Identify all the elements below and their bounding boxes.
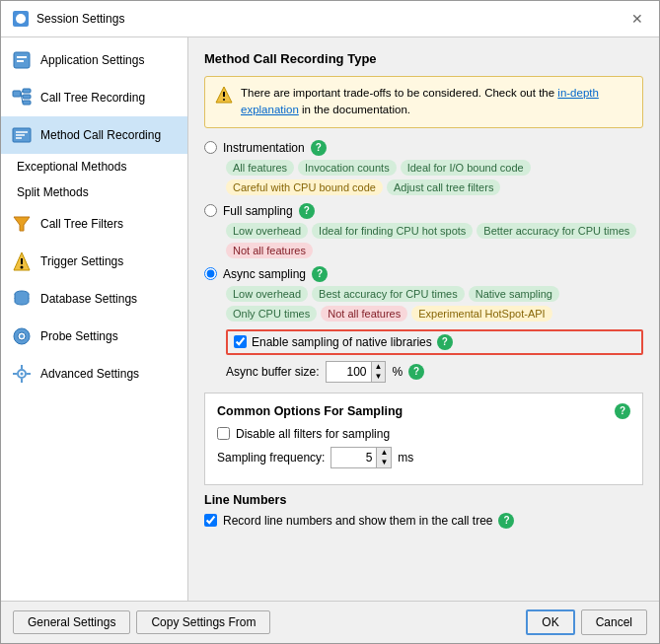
tag-invocation-counts: Invocation counts bbox=[298, 160, 397, 176]
radio-instrumentation-input[interactable] bbox=[204, 141, 217, 154]
svg-rect-4 bbox=[13, 91, 21, 97]
sidebar-label-method-call-recording: Method Call Recording bbox=[40, 128, 161, 142]
sidebar-item-method-call-recording[interactable]: Method Call Recording bbox=[1, 116, 187, 154]
advanced-icon bbox=[11, 363, 33, 385]
tag-all-features: All features bbox=[226, 160, 294, 176]
svg-rect-3 bbox=[17, 60, 24, 62]
common-options-header: Common Options For Sampling ? bbox=[217, 403, 630, 419]
svg-rect-7 bbox=[23, 101, 31, 105]
async-buffer-down-button[interactable]: ▼ bbox=[372, 372, 386, 382]
full-sampling-tags: Low overhead Ideal for finding CPU hot s… bbox=[226, 223, 643, 258]
sidebar-label-application-settings: Application Settings bbox=[40, 53, 144, 67]
dialog-title: Session Settings bbox=[37, 12, 124, 26]
sidebar-item-probe-settings[interactable]: Probe Settings bbox=[1, 318, 187, 355]
tag-careful-cpu: Careful with CPU bound code bbox=[226, 179, 383, 195]
async-buffer-spinner-buttons: ▲ ▼ bbox=[371, 362, 386, 382]
tag-experimental-hotspot: Experimental HotSpot-API bbox=[411, 306, 551, 322]
general-settings-button[interactable]: General Settings bbox=[13, 610, 130, 634]
radio-full-sampling-input[interactable] bbox=[204, 204, 217, 217]
section-title: Method Call Recording Type bbox=[204, 51, 643, 66]
enable-native-label: Enable sampling of native libraries bbox=[252, 335, 432, 349]
sampling-frequency-up-button[interactable]: ▲ bbox=[377, 448, 391, 458]
async-buffer-help-icon[interactable]: ? bbox=[408, 364, 424, 380]
sidebar-item-advanced-settings[interactable]: Advanced Settings bbox=[1, 355, 187, 393]
line-numbers-section: Line Numbers Record line numbers and sho… bbox=[204, 493, 643, 529]
svg-rect-5 bbox=[23, 89, 31, 93]
sampling-frequency-input[interactable] bbox=[331, 449, 376, 466]
call-tree-filters-icon bbox=[11, 213, 33, 235]
record-line-numbers-checkbox[interactable] bbox=[204, 514, 217, 527]
enable-native-checkbox[interactable] bbox=[234, 335, 247, 348]
async-buffer-up-button[interactable]: ▲ bbox=[372, 362, 386, 372]
sidebar-item-trigger-settings[interactable]: Trigger Settings bbox=[1, 243, 187, 280]
radio-full-sampling[interactable]: Full sampling ? bbox=[204, 203, 643, 219]
async-sampling-tags: Low overhead Best accuracy for CPU times… bbox=[226, 286, 643, 322]
common-options-title: Common Options For Sampling bbox=[217, 404, 403, 418]
sidebar-item-database-settings[interactable]: Database Settings bbox=[1, 280, 187, 318]
sidebar-label-call-tree-filters: Call Tree Filters bbox=[40, 217, 123, 231]
close-button[interactable]: ✕ bbox=[627, 9, 647, 29]
disable-filters-checkbox[interactable] bbox=[217, 427, 230, 440]
svg-rect-6 bbox=[23, 95, 31, 99]
tag-adjust-filters: Adjust call tree filters bbox=[387, 179, 500, 195]
sampling-frequency-unit: ms bbox=[398, 451, 413, 465]
sidebar-item-application-settings[interactable]: Application Settings bbox=[1, 41, 187, 79]
instrumentation-tags: All features Invocation counts Ideal for… bbox=[226, 160, 643, 195]
record-line-numbers-label: Record line numbers and show them in the… bbox=[223, 514, 492, 528]
radio-async-sampling[interactable]: Async sampling ? bbox=[204, 266, 643, 282]
record-line-numbers-help-icon[interactable]: ? bbox=[498, 513, 514, 529]
ok-button[interactable]: OK bbox=[526, 609, 574, 635]
svg-point-18 bbox=[21, 266, 24, 269]
dialog-icon bbox=[13, 11, 29, 27]
async-buffer-spinner[interactable]: ▲ ▼ bbox=[326, 361, 387, 383]
sidebar-label-advanced-settings: Advanced Settings bbox=[40, 367, 139, 381]
record-line-numbers-row: Record line numbers and show them in the… bbox=[204, 513, 643, 529]
radio-async-sampling-label: Async sampling bbox=[223, 267, 306, 281]
instrumentation-help-icon[interactable]: ? bbox=[311, 140, 327, 156]
title-bar: Session Settings ✕ bbox=[1, 1, 659, 37]
tag-not-all-features-1: Not all features bbox=[226, 243, 313, 258]
content-area: Application Settings Call Tree Recording… bbox=[1, 37, 659, 601]
sidebar-label-split-methods: Split Methods bbox=[17, 185, 89, 199]
application-settings-icon bbox=[11, 49, 33, 71]
svg-marker-15 bbox=[14, 217, 30, 231]
svg-point-24 bbox=[21, 373, 24, 376]
sidebar-label-call-tree-recording: Call Tree Recording bbox=[40, 91, 145, 105]
sampling-frequency-down-button[interactable]: ▼ bbox=[377, 458, 391, 467]
sampling-frequency-spinner[interactable]: ▲ ▼ bbox=[330, 447, 392, 468]
async-sampling-help-icon[interactable]: ? bbox=[312, 266, 328, 282]
warning-icon bbox=[215, 86, 233, 119]
info-text: There are important trade-offs to be con… bbox=[241, 85, 632, 119]
probe-icon bbox=[11, 325, 33, 347]
async-buffer-input[interactable] bbox=[327, 363, 371, 381]
sidebar-item-split-methods[interactable]: Split Methods bbox=[1, 179, 187, 205]
info-box: There are important trade-offs to be con… bbox=[204, 76, 643, 128]
copy-settings-button[interactable]: Copy Settings From bbox=[136, 610, 270, 634]
common-options-help-icon[interactable]: ? bbox=[615, 403, 630, 419]
sidebar-item-exceptional-methods[interactable]: Exceptional Methods bbox=[1, 154, 187, 179]
tag-low-overhead-1: Low overhead bbox=[226, 223, 308, 239]
sidebar-item-call-tree-recording[interactable]: Call Tree Recording bbox=[1, 79, 187, 116]
database-icon bbox=[11, 288, 33, 310]
tag-better-accuracy: Better accuracy for CPU times bbox=[477, 223, 636, 239]
cancel-button[interactable]: Cancel bbox=[581, 609, 647, 635]
svg-rect-2 bbox=[17, 56, 27, 58]
tag-ideal-cpu-hot: Ideal for finding CPU hot spots bbox=[312, 223, 473, 239]
disable-filters-label: Disable all filters for sampling bbox=[236, 427, 390, 441]
radio-instrumentation[interactable]: Instrumentation ? bbox=[204, 140, 643, 156]
common-options-section: Common Options For Sampling ? Disable al… bbox=[204, 393, 643, 485]
main-content: Method Call Recording Type There are imp… bbox=[188, 37, 659, 601]
sampling-frequency-label: Sampling frequency: bbox=[217, 451, 325, 465]
enable-native-help-icon[interactable]: ? bbox=[437, 334, 453, 350]
tag-only-cpu: Only CPU times bbox=[226, 306, 317, 322]
sidebar-item-call-tree-filters[interactable]: Call Tree Filters bbox=[1, 205, 187, 243]
call-tree-icon bbox=[11, 87, 33, 108]
radio-async-sampling-input[interactable] bbox=[204, 267, 217, 280]
radio-instrumentation-label: Instrumentation bbox=[223, 141, 305, 155]
full-sampling-help-icon[interactable]: ? bbox=[299, 203, 315, 219]
footer-right: OK Cancel bbox=[526, 609, 647, 635]
sampling-frequency-row: Sampling frequency: ▲ ▼ ms bbox=[217, 447, 630, 468]
sidebar-label-exceptional-methods: Exceptional Methods bbox=[17, 160, 126, 174]
tag-low-overhead-2: Low overhead bbox=[226, 286, 308, 302]
tag-ideal-io: Ideal for I/O bound code bbox=[401, 160, 531, 176]
